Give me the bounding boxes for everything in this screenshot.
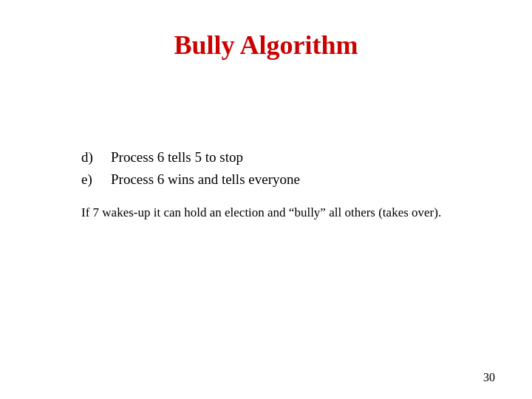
footnote: If 7 wakes-up it can hold an election an…	[81, 205, 495, 220]
content-area: d) Process 6 tells 5 to stop e) Process …	[37, 149, 495, 220]
page-number: 30	[483, 371, 495, 384]
list-item-e: e) Process 6 wins and tells everyone	[81, 171, 495, 188]
list-text-d: Process 6 tells 5 to stop	[111, 149, 243, 166]
list-text-e: Process 6 wins and tells everyone	[111, 171, 300, 188]
slide-title: Bully Algorithm	[37, 30, 495, 61]
slide-container: Bully Algorithm d) Process 6 tells 5 to …	[0, 0, 532, 399]
list-item-d: d) Process 6 tells 5 to stop	[81, 149, 495, 166]
list-label-d: d)	[81, 149, 111, 166]
list-label-e: e)	[81, 171, 111, 188]
